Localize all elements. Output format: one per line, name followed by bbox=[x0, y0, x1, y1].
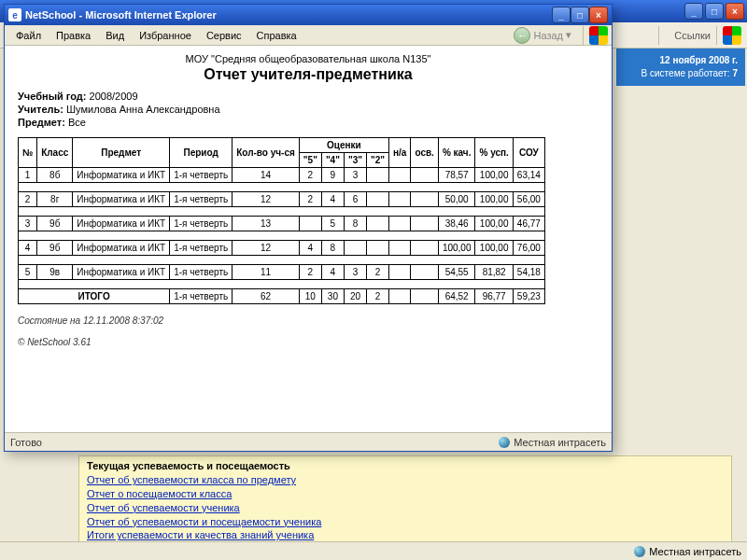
report-header: МОУ "Средняя общеобразовательная школа N… bbox=[18, 53, 599, 83]
col-g4: "4" bbox=[321, 153, 344, 168]
cell-subject: Информатика и ИКТ bbox=[73, 241, 170, 256]
bg-close-button[interactable]: × bbox=[726, 3, 744, 20]
total-succ: 96,77 bbox=[475, 289, 513, 304]
cell-g4: 8 bbox=[321, 241, 344, 256]
col-succ: % усп. bbox=[475, 138, 513, 168]
report-link[interactable]: Отчет о посещаемости класса bbox=[87, 487, 724, 501]
ie-titlebar[interactable]: e NetSchool - Microsoft Internet Explore… bbox=[5, 5, 612, 25]
menu-edit[interactable]: Правка bbox=[49, 28, 98, 43]
col-g2: "2" bbox=[366, 153, 388, 168]
cell-sou: 56,00 bbox=[513, 192, 544, 207]
cell-succ: 100,00 bbox=[475, 241, 513, 256]
bg-minimize-button[interactable]: _ bbox=[684, 3, 703, 20]
report-link[interactable]: Отчет об успеваемости и посещаемости уче… bbox=[87, 515, 724, 529]
ie-close-button[interactable]: × bbox=[589, 7, 608, 23]
cell-count: 11 bbox=[233, 265, 300, 280]
links-label: Ссылки bbox=[674, 30, 711, 41]
back-arrow-icon: ← bbox=[514, 27, 530, 44]
status-ready: Готово bbox=[10, 437, 42, 448]
cell-qual: 78,57 bbox=[438, 168, 475, 183]
report-link[interactable]: Отчет об успеваемости класса по предмету bbox=[87, 473, 724, 487]
cell-na bbox=[389, 192, 411, 207]
teacher-label: Учитель: bbox=[18, 104, 63, 115]
report-link[interactable]: Отчет об успеваемости ученика bbox=[87, 501, 724, 515]
cell-qual: 54,55 bbox=[438, 265, 475, 280]
cell-class: 8г bbox=[37, 192, 73, 207]
nav-back-button[interactable]: ← Назад ▾ bbox=[508, 25, 577, 46]
menu-file[interactable]: Файл bbox=[8, 28, 49, 43]
school-name: МОУ "Средняя общеобразовательная школа N… bbox=[18, 53, 599, 64]
report-link[interactable]: Итоги успеваемости и качества знаний уче… bbox=[87, 528, 724, 542]
separator bbox=[583, 26, 584, 45]
cell-sou: 63,14 bbox=[513, 168, 544, 183]
separator bbox=[658, 26, 659, 45]
cell-succ: 100,00 bbox=[475, 217, 513, 231]
report-table: № Класс Предмет Период Кол-во уч-ся Оцен… bbox=[18, 137, 545, 304]
links-heading: Текущая успеваемость и посещаемость bbox=[87, 460, 724, 471]
row-spacer bbox=[19, 256, 545, 265]
footer-state: Состояние на 12.11.2008 8:37:02 bbox=[18, 315, 599, 326]
meta-teacher: Учитель: Шумилова Анна Александровна bbox=[18, 104, 599, 115]
links-toolbar-item[interactable]: Ссылки bbox=[674, 30, 711, 41]
table-row: 28гИнформатика и ИКТ1-я четверть1224650,… bbox=[19, 192, 545, 207]
col-sou: СОУ bbox=[513, 138, 544, 168]
total-g5: 10 bbox=[299, 289, 321, 304]
total-g3: 20 bbox=[344, 289, 366, 304]
zone-text: Местная интрасеть bbox=[514, 437, 606, 448]
footer-app: © NetSchool 3.61 bbox=[18, 337, 599, 347]
col-g3: "3" bbox=[344, 153, 366, 168]
cell-subject: Информатика и ИКТ bbox=[73, 265, 170, 280]
meta-subject: Предмет: Все bbox=[18, 117, 599, 128]
cell-g3: 3 bbox=[344, 168, 366, 183]
cell-succ: 100,00 bbox=[475, 168, 513, 183]
cell-g2 bbox=[366, 217, 388, 231]
cell-g5 bbox=[299, 217, 321, 231]
online-label: В системе работает: bbox=[641, 68, 730, 78]
table-row: 59вИнформатика и ИКТ1-я четверть11243254… bbox=[19, 265, 545, 280]
col-count: Кол-во уч-ся bbox=[233, 138, 300, 168]
cell-g3: 8 bbox=[344, 217, 366, 231]
cell-g5: 4 bbox=[299, 241, 321, 256]
total-row: ИТОГО1-я четверть62103020264,5296,7759,2… bbox=[19, 289, 545, 304]
bg-maximize-button[interactable]: □ bbox=[705, 3, 724, 20]
cell-num: 4 bbox=[19, 241, 37, 256]
cell-num: 5 bbox=[19, 265, 37, 280]
row-spacer bbox=[19, 207, 545, 217]
menu-favorites[interactable]: Избранное bbox=[132, 28, 199, 43]
cell-g2 bbox=[366, 192, 388, 207]
cell-period: 1-я четверть bbox=[170, 265, 233, 280]
menu-view[interactable]: Вид bbox=[98, 28, 132, 43]
ie-maximize-button[interactable]: □ bbox=[571, 7, 589, 23]
report-content: МОУ "Средняя общеобразовательная школа N… bbox=[5, 46, 612, 432]
ie-minimize-button[interactable]: _ bbox=[552, 7, 571, 23]
subject-label: Предмет: bbox=[18, 117, 65, 128]
ie-icon: e bbox=[8, 8, 21, 21]
cell-class: 9б bbox=[37, 217, 73, 231]
cell-class: 9в bbox=[37, 265, 73, 280]
windows-flag-icon bbox=[589, 26, 608, 45]
total-osv bbox=[411, 289, 438, 304]
cell-sou: 54,18 bbox=[513, 265, 544, 280]
cell-g5: 2 bbox=[299, 192, 321, 207]
total-period: 1-я четверть bbox=[170, 289, 233, 304]
total-g4: 30 bbox=[321, 289, 344, 304]
bg-zone-text: Местная интрасеть bbox=[649, 546, 741, 557]
cell-qual: 38,46 bbox=[438, 217, 475, 231]
cell-period: 1-я четверть bbox=[170, 241, 233, 256]
cell-g4: 4 bbox=[321, 265, 344, 280]
online-count: 7 bbox=[732, 68, 738, 78]
menu-help[interactable]: Справка bbox=[249, 28, 304, 43]
ie-zone: Местная интрасеть bbox=[499, 437, 606, 448]
cell-count: 14 bbox=[233, 168, 300, 183]
cell-period: 1-я четверть bbox=[170, 217, 233, 231]
cell-g5: 2 bbox=[299, 168, 321, 183]
cell-num: 1 bbox=[19, 168, 37, 183]
menu-service[interactable]: Сервис bbox=[199, 28, 249, 43]
year-label: Учебный год: bbox=[18, 91, 87, 102]
cell-g3: 3 bbox=[344, 265, 366, 280]
cell-num: 2 bbox=[19, 192, 37, 207]
ie-title-text: NetSchool - Microsoft Internet Explorer bbox=[21, 9, 552, 21]
cell-subject: Информатика и ИКТ bbox=[73, 192, 170, 207]
row-spacer bbox=[19, 183, 545, 192]
globe-icon bbox=[634, 546, 645, 557]
